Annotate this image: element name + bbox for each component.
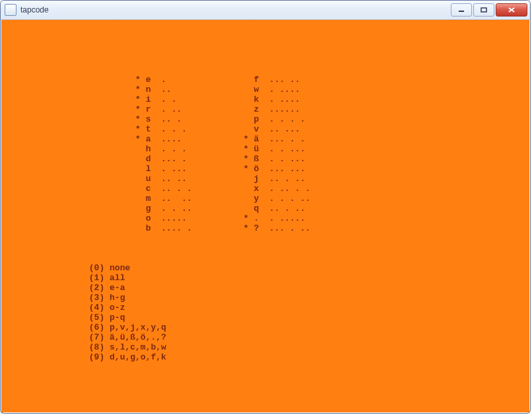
terminal-screen: * e . f ... .. * n .. w . .... * i . . k…	[7, 25, 524, 362]
app-icon	[5, 4, 17, 16]
window-frame: tapcode * e . f ... .. * n ..	[0, 0, 531, 414]
titlebar[interactable]: tapcode	[1, 1, 530, 20]
svg-rect-1	[481, 8, 486, 12]
close-button[interactable]	[496, 3, 527, 17]
maximize-button[interactable]	[473, 3, 494, 17]
minimize-button[interactable]	[451, 3, 472, 17]
client-area: * e . f ... .. * n .. w . .... * i . . k…	[1, 20, 529, 412]
window-controls	[451, 3, 527, 17]
window-title: tapcode	[20, 5, 451, 15]
